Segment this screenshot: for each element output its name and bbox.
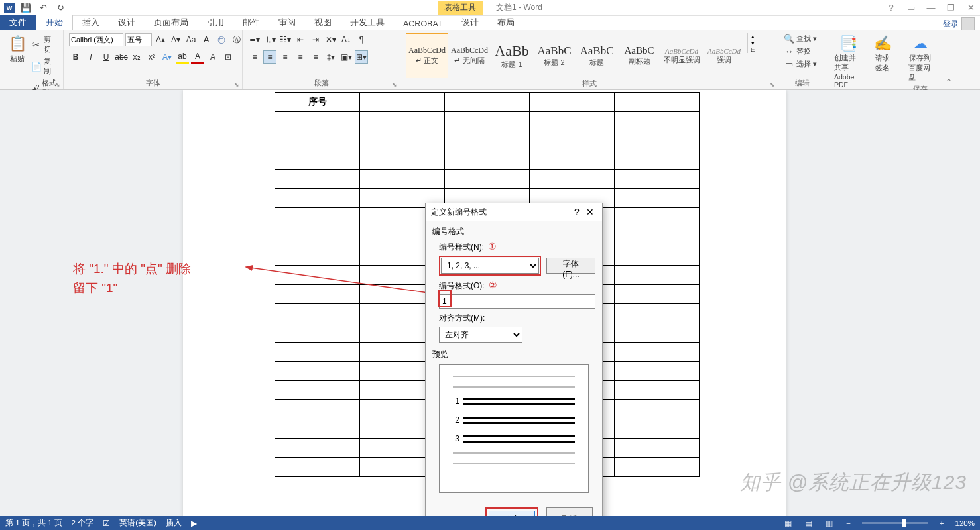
tab-table-design[interactable]: 设计 [452,15,488,30]
table-cell[interactable] [615,419,700,439]
tab-design[interactable]: 设计 [109,15,145,30]
bold-button[interactable]: B [69,50,82,64]
table-cell[interactable] [275,439,360,458]
zoom-thumb[interactable] [902,519,906,527]
strikethrough-button[interactable]: abc [115,50,128,64]
table-cell[interactable] [360,150,445,170]
table-cell[interactable] [615,304,700,323]
font-launcher-icon[interactable]: ⬊ [234,81,239,88]
table-cell[interactable] [275,170,360,189]
styles-nav[interactable]: ▴ ▾ ⊟ [747,33,758,53]
table-cell[interactable] [275,400,360,419]
line-spacing-icon[interactable]: ‡▾ [324,50,337,64]
show-marks-icon[interactable]: ¶ [355,33,368,46]
table-cell[interactable] [615,266,700,285]
shrink-font-icon[interactable]: A▾ [169,33,182,46]
tab-insert[interactable]: 插入 [73,15,109,30]
table-cell[interactable] [445,150,530,170]
zoom-out-icon[interactable]: − [844,519,853,527]
table-cell[interactable] [615,458,700,477]
table-cell[interactable] [275,323,360,343]
sort-icon[interactable]: A↓ [339,33,353,46]
table-cell[interactable]: 序号 [275,93,360,112]
styles-gallery[interactable]: AaBbCcDd↵ 正文AaBbCcDd↵ 无间隔AaBb标题 1AaBbC标题… [406,33,745,78]
dialog-help-icon[interactable]: ? [570,207,583,217]
tab-home[interactable]: 开始 [36,15,73,30]
underline-button[interactable]: U [99,50,113,64]
tab-acrobat[interactable]: ACROBAT [394,17,452,30]
dialog-titlebar[interactable]: 定义新编号格式 ? ✕ [426,203,602,221]
create-pdf-button[interactable]: 📑 创建并共享 Adobe PDF [831,33,865,90]
view-web-icon[interactable]: ▥ [824,519,835,528]
styles-launcher-icon[interactable]: ⬊ [770,81,775,88]
table-cell[interactable] [615,400,700,419]
increase-indent-icon[interactable]: ⇥ [309,33,322,46]
table-cell[interactable] [530,170,615,189]
borders-icon[interactable]: ⊞▾ [355,50,368,64]
login-link[interactable]: 登录 [943,17,975,30]
italic-button[interactable]: I [84,50,97,64]
table-cell[interactable] [275,112,360,131]
justify-icon[interactable]: ≡ [294,50,307,64]
grow-font-icon[interactable]: A▴ [154,33,167,46]
table-cell[interactable] [445,170,530,189]
restore-icon[interactable]: ❐ [944,1,957,15]
request-signature-button[interactable]: ✍ 请求 签名 [871,33,894,74]
char-shading-icon[interactable]: A [206,50,219,64]
status-page[interactable]: 第 1 页，共 1 页 [5,518,62,528]
cancel-button[interactable]: 取消 [546,507,593,516]
style-item[interactable]: AaBbCcDd强调 [703,33,745,78]
close-icon[interactable]: ✕ [964,1,977,15]
save-cloud-button[interactable]: ☁ 保存到 百度网盘 [906,33,934,83]
collapse-ribbon[interactable]: ⌃ [940,30,955,89]
table-cell[interactable] [615,208,700,227]
table-cell[interactable] [275,419,360,439]
table-cell[interactable] [275,131,360,150]
asian-layout-icon[interactable]: ✕▾ [324,33,337,46]
number-format-input[interactable] [439,294,595,309]
table-cell[interactable] [275,381,360,400]
align-center-icon[interactable]: ≡ [263,50,276,64]
status-proofing-icon[interactable]: ☑ [103,519,110,528]
decrease-indent-icon[interactable]: ⇤ [294,33,307,46]
table-cell[interactable] [275,189,360,208]
phonetic-icon[interactable]: ㊥ [215,33,228,46]
highlight-icon[interactable]: ab [176,50,189,64]
font-button[interactable]: 字体(F)... [546,258,595,274]
enclose-icon[interactable]: Ⓐ [230,33,243,46]
style-item[interactable]: AaBbC标题 2 [533,33,576,78]
zoom-slider[interactable] [862,522,928,524]
status-words[interactable]: 2 个字 [72,518,94,528]
numbering-icon[interactable]: ⒈▾ [263,33,276,46]
number-style-select[interactable]: 1, 2, 3, ... [441,258,539,274]
change-case-icon[interactable]: Aa [184,33,198,46]
clipboard-launcher-icon[interactable]: ⬊ [55,81,60,88]
table-cell[interactable] [615,189,700,208]
table-cell[interactable] [615,131,700,150]
style-up-icon[interactable]: ▴ [748,33,758,40]
distribute-icon[interactable]: ≡ [309,50,322,64]
font-name-select[interactable] [69,33,123,46]
table-cell[interactable] [445,93,530,112]
status-language[interactable]: 英语(美国) [119,518,156,528]
table-cell[interactable] [615,150,700,170]
table-cell[interactable] [275,227,360,246]
table-cell[interactable] [615,323,700,343]
table-cell[interactable] [530,93,615,112]
bullets-icon[interactable]: ≣▾ [248,33,261,46]
table-cell[interactable] [530,150,615,170]
tab-references[interactable]: 引用 [198,15,233,30]
zoom-value[interactable]: 120% [955,519,975,527]
table-cell[interactable] [530,131,615,150]
multilevel-icon[interactable]: ☷▾ [278,33,292,46]
tab-table-layout[interactable]: 布局 [488,15,524,30]
redo-icon[interactable]: ↻ [54,2,66,14]
table-cell[interactable] [615,439,700,458]
shading-icon[interactable]: ▣▾ [339,50,353,64]
style-item[interactable]: AaBbC副标题 [618,33,660,78]
table-cell[interactable] [615,343,700,362]
table-cell[interactable] [275,304,360,323]
paste-button[interactable]: 📋 粘贴 [5,33,29,65]
table-cell[interactable] [360,112,445,131]
help-icon[interactable]: ? [885,1,898,15]
